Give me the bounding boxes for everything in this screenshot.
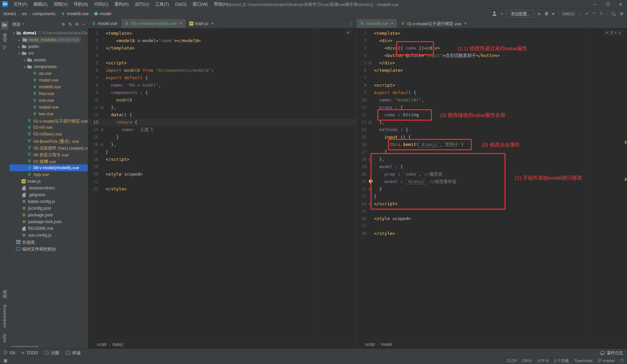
tree-item[interactable]: .gitignore: [9, 191, 88, 198]
editor-breadcrumb-item[interactable]: script: [365, 342, 375, 347]
tree-item[interactable]: V06-自定义指令.vue: [9, 151, 88, 158]
tree-item[interactable]: ▾dome1C:\Users\Administrator\De: [9, 30, 88, 36]
fold-marker-icon[interactable]: [101, 106, 103, 109]
vcs-rollback-icon[interactable]: ↶: [593, 11, 596, 16]
tree-item[interactable]: Vmodel.vue: [9, 77, 88, 84]
tree-item[interactable]: V07-插槽.vue: [9, 158, 88, 164]
tree-item[interactable]: Vswipet.vue: [9, 104, 88, 111]
error-stripe-mark[interactable]: [625, 141, 626, 144]
tree-item[interactable]: ▾components: [9, 63, 88, 70]
search-everywhere-icon[interactable]: [611, 11, 616, 16]
chevron-right-icon[interactable]: ▸: [22, 58, 27, 62]
inspections-widget[interactable]: ✔ 2 ∧ ∨: [603, 30, 623, 36]
tree-item[interactable]: ⚙vue.config.js: [9, 232, 88, 239]
status-item[interactable]: UTF-8: [538, 359, 549, 363]
intention-bulb-icon[interactable]: [369, 179, 373, 183]
dropdown-arrow-icon[interactable]: ▾: [501, 11, 503, 16]
tool-window-button[interactable]: Bookmarks: [2, 305, 7, 328]
menu-item[interactable]: 帮助(H): [211, 0, 231, 9]
pull-requests-icon[interactable]: [3, 45, 6, 50]
tree-item[interactable]: README.md: [9, 225, 88, 232]
prev-problem-icon[interactable]: ∧: [615, 31, 617, 34]
menu-item[interactable]: 运行(U): [132, 0, 152, 9]
expand-collapse-icon[interactable]: ⇅: [68, 22, 72, 26]
tree-item[interactable]: ⚙babel.config.js: [9, 198, 88, 205]
tree-item[interactable]: V01-v-model父子进行绑定.vue: [9, 117, 88, 124]
breadcrumb-item[interactable]: mmodel: [94, 11, 111, 16]
tool-window-button[interactable]: 事件日志: [600, 350, 623, 356]
vcs-commit-icon[interactable]: ✔: [585, 11, 589, 16]
editor-tab[interactable]: Vmodel.vue: [88, 19, 121, 28]
tool-window-toggle-icon[interactable]: ▣: [3, 358, 7, 363]
tree-item[interactable]: V03-ref(two).vue: [9, 131, 88, 138]
vcs-history-icon[interactable]: ↻: [600, 11, 603, 16]
inspections-widget[interactable]: ✔: [345, 30, 352, 36]
project-tool-button[interactable]: [1, 22, 8, 30]
hide-panel-icon[interactable]: ─: [82, 22, 85, 26]
chevron-right-icon[interactable]: ▸: [17, 38, 22, 42]
tool-window-button[interactable]: 结构: [2, 290, 7, 299]
horizontal-scrollbar[interactable]: [11, 346, 38, 347]
tool-window-button[interactable]: 提交: [2, 33, 7, 42]
tree-item[interactable]: ▸public: [9, 43, 88, 50]
breadcrumb-item[interactable]: Vmodel8.vue: [61, 11, 89, 16]
tree-item[interactable]: Vtwo.vue: [9, 111, 88, 117]
settings-gear-icon[interactable]: ⚙: [620, 11, 624, 16]
breadcrumb-item[interactable]: dome1: [3, 11, 16, 16]
maximize-button[interactable]: [601, 0, 614, 8]
fold-marker-icon[interactable]: [101, 128, 103, 131]
editor-tab[interactable]: V08-v-model(model8).vue✕: [121, 19, 186, 28]
tree-item[interactable]: ⚙package-lock.json: [9, 218, 88, 225]
status-item[interactable]: 2 个空格: [554, 358, 569, 363]
tree-item[interactable]: VApp.vue: [9, 171, 88, 178]
chevron-down-icon[interactable]: ▾: [11, 31, 16, 35]
fold-marker-icon[interactable]: [369, 158, 372, 161]
error-stripe-mark[interactable]: [625, 178, 626, 181]
menu-item[interactable]: 编辑(E): [30, 0, 51, 9]
tree-item[interactable]: ▾src: [9, 50, 88, 57]
tab-close-icon[interactable]: ✕: [391, 22, 393, 25]
tree-item[interactable]: JSmain.js: [9, 178, 88, 185]
tab-close-icon[interactable]: ✕: [179, 22, 182, 25]
user-icon[interactable]: [492, 11, 497, 16]
fold-marker-icon[interactable]: [369, 121, 372, 124]
tab-close-icon[interactable]: ✕: [211, 22, 214, 25]
notifications-icon[interactable]: [620, 359, 624, 362]
tree-item[interactable]: V08-v-model(model8).vue: [9, 164, 88, 171]
editor-breadcrumb-item[interactable]: model: [381, 342, 392, 347]
chevron-right-icon[interactable]: ▸: [17, 45, 22, 49]
menu-item[interactable]: 工具(T): [152, 0, 172, 9]
editor-tab[interactable]: V01-v-model父子进行绑定.vue✕: [397, 19, 471, 28]
tool-window-button[interactable]: Git: [4, 351, 15, 355]
tree-item[interactable]: ▸assets: [9, 57, 88, 63]
menu-item[interactable]: 视图(V): [51, 0, 71, 9]
editor-breadcrumb-item[interactable]: data(): [112, 342, 123, 347]
debug-icon[interactable]: [545, 12, 548, 16]
menu-item[interactable]: Git(G): [172, 0, 190, 9]
tree-item[interactable]: Vone.vue: [9, 97, 88, 104]
tree-item[interactable]: V05-动态组件 (Nav) (swipet).vue: [9, 144, 88, 151]
vcs-update-icon[interactable]: ↓: [579, 11, 581, 16]
tool-window-button[interactable]: npm: [2, 334, 7, 343]
tab-close-icon[interactable]: ✕: [464, 22, 467, 25]
chevron-down-icon[interactable]: ▾: [22, 65, 27, 69]
code-editor-right[interactable]: 1<template>2 <div>3 <div>{{ name }}</div…: [356, 28, 627, 340]
fold-marker-icon[interactable]: [369, 203, 372, 205]
tree-item[interactable]: .browserslistrc: [9, 185, 88, 191]
add-configuration-button[interactable]: 添加配置...: [507, 10, 534, 18]
tree-item[interactable]: ⚙jsconfig.json: [9, 205, 88, 212]
fold-marker-icon[interactable]: [369, 62, 372, 64]
editor-tab[interactable]: JSmain.js✕: [186, 19, 218, 28]
status-item[interactable]: TypeScript: [574, 359, 593, 363]
tool-window-button[interactable]: !问题: [45, 350, 59, 356]
minimize-button[interactable]: ─: [589, 0, 601, 8]
menu-item[interactable]: 代码(C): [91, 0, 111, 9]
tree-item[interactable]: ▸node_moduleslibrary root: [9, 36, 88, 43]
next-problem-icon[interactable]: ∨: [618, 31, 621, 34]
hidden-tabs-icon[interactable]: ⋮: [349, 21, 353, 26]
tool-window-button[interactable]: ≡TODO: [22, 351, 38, 355]
tool-window-button[interactable]: ›_终端: [66, 350, 80, 356]
tree-item[interactable]: ›_临时文件和控制台: [9, 245, 88, 252]
tree-item[interactable]: Vaa.vue: [9, 70, 88, 77]
stop-icon[interactable]: ■: [552, 11, 554, 16]
